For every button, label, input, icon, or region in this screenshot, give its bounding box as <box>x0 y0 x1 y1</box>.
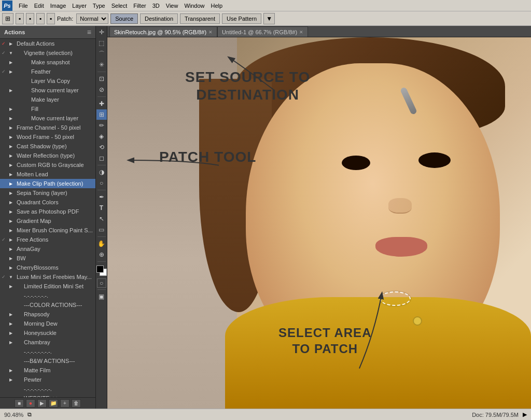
action-item[interactable]: -.-.-.-.-.-.-.-. <box>0 384 95 394</box>
type-tool[interactable]: T <box>96 203 107 213</box>
action-item[interactable]: ▶Molten Lead <box>0 170 95 179</box>
action-triangle-icon[interactable]: ▶ <box>7 228 15 233</box>
action-triangle-icon[interactable]: ▶ <box>7 88 15 93</box>
action-item[interactable]: ▶Show current layer <box>0 86 95 95</box>
action-item[interactable]: WEBSITE>>> <box>0 394 95 397</box>
action-item[interactable]: -.-.-.-.-.-.-.-. <box>0 347 95 356</box>
action-item[interactable]: ▶Fill <box>0 104 95 114</box>
marquee-tool[interactable]: ⬚ <box>96 38 107 48</box>
patch-tool[interactable]: ⊞ <box>96 109 107 120</box>
source-button[interactable]: Source <box>110 13 138 24</box>
action-item[interactable]: ▶AnnaGay <box>0 244 95 254</box>
menu-select[interactable]: Select <box>108 2 131 10</box>
menu-layer[interactable]: Layer <box>69 2 90 10</box>
action-item[interactable]: ▶Save as Photoshop PDF <box>0 207 95 216</box>
action-triangle-icon[interactable]: ▶ <box>7 69 15 74</box>
action-item[interactable]: ✓▶Default Actions <box>0 39 95 48</box>
menu-file[interactable]: File <box>16 2 31 10</box>
action-triangle-icon[interactable]: ▶ <box>7 41 15 46</box>
pattern-picker[interactable]: ▼ <box>263 13 275 24</box>
action-triangle-icon[interactable]: ▶ <box>7 265 15 270</box>
tool-icon-1[interactable]: ▪ <box>16 13 24 24</box>
menu-type[interactable]: Type <box>90 2 108 10</box>
tab-close-2[interactable]: ✕ <box>299 30 303 35</box>
crop-tool[interactable]: ⊡ <box>96 74 107 84</box>
gradient-tool[interactable]: ◑ <box>96 167 107 177</box>
action-triangle-icon[interactable]: ▶ <box>7 284 15 289</box>
action-item[interactable]: ▶Honeysuckle <box>0 328 95 338</box>
action-triangle-icon[interactable]: ▶ <box>7 377 15 382</box>
action-triangle-icon[interactable]: ▶ <box>7 321 15 326</box>
delete-button[interactable]: 🗑 <box>72 399 81 408</box>
action-item[interactable]: Make layer <box>0 95 95 104</box>
action-triangle-icon[interactable]: ▶ <box>7 340 15 345</box>
tab-untitled[interactable]: Untitled-1 @ 66.7% (RGB/8#) ✕ <box>217 26 308 37</box>
clone-stamp-tool[interactable]: ◈ <box>96 131 107 142</box>
path-select-tool[interactable]: ↖ <box>96 214 107 224</box>
action-item[interactable]: Layer Via Copy <box>0 76 95 86</box>
status-arrow[interactable]: ▶ <box>523 411 527 418</box>
action-triangle-icon[interactable]: ▶ <box>7 237 15 242</box>
menu-help[interactable]: Help <box>208 2 226 10</box>
menu-window[interactable]: Window <box>181 2 207 10</box>
action-item[interactable]: ▶Move current layer <box>0 114 95 123</box>
menu-view[interactable]: View <box>163 2 181 10</box>
action-item[interactable]: ▶Chambray <box>0 338 95 347</box>
eraser-tool[interactable]: ◻ <box>96 153 107 163</box>
action-item[interactable]: ▶Cast Shadow (type) <box>0 142 95 151</box>
action-item[interactable]: ▶Custom RGB to Grayscale <box>0 160 95 170</box>
action-triangle-icon[interactable]: ▼ <box>7 51 15 55</box>
action-triangle-icon[interactable]: ▶ <box>7 135 15 139</box>
action-triangle-icon[interactable]: ▶ <box>7 172 15 177</box>
action-triangle-icon[interactable]: ▶ <box>7 125 15 130</box>
action-item[interactable]: ▶Wood Frame - 50 pixel <box>0 132 95 142</box>
action-item[interactable]: ▶Sepia Toning (layer) <box>0 188 95 198</box>
action-item[interactable]: -.-.-.-.-.-.-. <box>0 291 95 300</box>
action-item[interactable]: ▶Matte Film <box>0 366 95 375</box>
use-pattern-button[interactable]: Use Pattern <box>222 13 261 24</box>
action-item[interactable]: ✓▶Feather <box>0 67 95 76</box>
brush-tool[interactable]: ✏ <box>96 120 107 131</box>
action-triangle-icon[interactable]: ▶ <box>7 312 15 317</box>
action-triangle-icon[interactable]: ▶ <box>7 163 15 167</box>
patch-mode-select[interactable]: Normal <box>76 13 108 24</box>
action-item[interactable]: ▶Water Reflection (type) <box>0 151 95 160</box>
action-triangle-icon[interactable]: ▶ <box>7 256 15 261</box>
action-triangle-icon[interactable]: ▶ <box>7 200 15 205</box>
action-triangle-icon[interactable]: ▶ <box>7 219 15 223</box>
rectangle-tool[interactable]: ▭ <box>96 225 107 235</box>
dodge-tool[interactable]: ○ <box>96 178 107 188</box>
action-triangle-icon[interactable]: ▶ <box>7 247 15 251</box>
move-tool[interactable]: ✛ <box>96 27 107 37</box>
tab-close-1[interactable]: ✕ <box>208 30 213 35</box>
action-triangle-icon[interactable]: ▶ <box>7 144 15 149</box>
menu-filter[interactable]: Filter <box>130 2 149 10</box>
action-triangle-icon[interactable]: ▶ <box>7 181 15 186</box>
play-button[interactable]: ▶ <box>37 399 47 408</box>
action-item[interactable]: ✓▼Luxe Mini Set Freebies May... <box>0 272 95 282</box>
color-picker[interactable] <box>96 265 107 276</box>
foreground-color[interactable] <box>96 265 104 273</box>
action-triangle-icon[interactable]: ▶ <box>7 331 15 335</box>
action-triangle-icon[interactable]: ▶ <box>7 107 15 111</box>
healing-brush-tool[interactable]: ✚ <box>96 99 107 109</box>
eyedropper-tool[interactable]: ⊘ <box>96 85 107 95</box>
action-item[interactable]: ▶Rhapsody <box>0 310 95 319</box>
record-button[interactable]: ● <box>26 399 35 408</box>
action-item[interactable]: ▶Morning Dew <box>0 319 95 328</box>
action-item[interactable]: ✓▼Vignette (selection) <box>0 48 95 58</box>
action-item[interactable]: ▶Quadrant Colors <box>0 198 95 207</box>
destination-button[interactable]: Destination <box>140 13 178 24</box>
action-item[interactable]: ▶Pewter <box>0 375 95 384</box>
action-triangle-icon[interactable]: ▶ <box>7 153 15 158</box>
quick-mask-tool[interactable]: ○ <box>97 278 106 288</box>
action-triangle-icon[interactable]: ▶ <box>7 191 15 195</box>
pen-tool[interactable]: ✒ <box>96 192 107 202</box>
action-item[interactable]: ---B&W ACTIONS--- <box>0 356 95 366</box>
action-item[interactable]: ▶Gradient Map <box>0 216 95 226</box>
action-item[interactable]: ✓▶Free Actions <box>0 235 95 244</box>
menu-image[interactable]: Image <box>47 2 69 10</box>
action-triangle-icon[interactable]: ▼ <box>7 275 15 279</box>
action-item[interactable]: ▶Make snapshot <box>0 58 95 67</box>
new-action-button[interactable]: + <box>60 399 69 408</box>
